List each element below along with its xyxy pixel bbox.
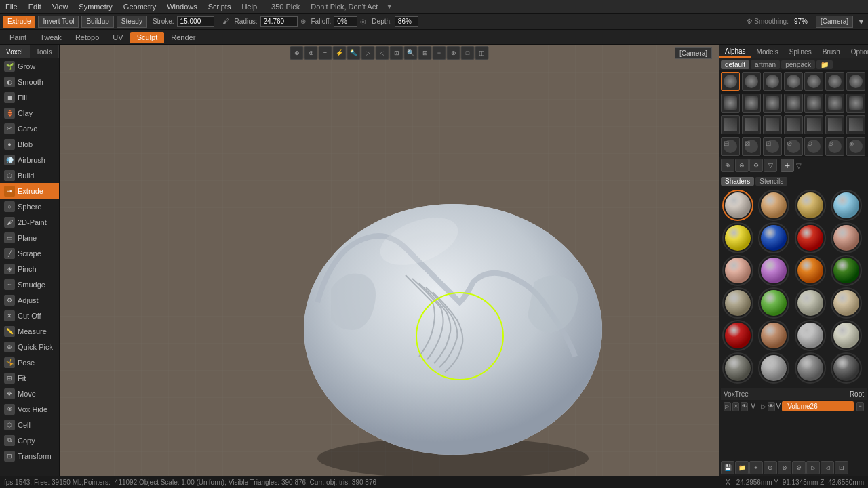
voxtree-eye2[interactable]: 👁 [768, 402, 775, 411]
tool-item-pinch[interactable]: ◈Pinch [0, 261, 59, 277]
depth-input[interactable] [395, 16, 418, 27]
shader-cell-crimson[interactable] [722, 320, 753, 351]
vp-icon-1[interactable]: ⊕ [290, 46, 304, 60]
right-tab-brush[interactable]: Brush [817, 47, 846, 57]
invert-tool-btn[interactable]: Invert Tool [38, 16, 79, 28]
brush-cell-0-3[interactable] [784, 72, 803, 91]
brush-cell-2-1[interactable] [742, 115, 761, 134]
brush-cell-3-1[interactable]: ⊠ [742, 137, 761, 156]
menu-file[interactable]: File [0, 1, 23, 12]
buildup-btn[interactable]: Buildup [81, 16, 113, 28]
brush-cell-1-5[interactable] [825, 94, 844, 113]
shader-cell-gold[interactable] [795, 190, 826, 221]
tool-item-smooth[interactable]: ◐Smooth [0, 74, 59, 89]
vp-icon-14[interactable]: ◫ [475, 46, 489, 60]
vp-icon-4[interactable]: ⚡ [333, 46, 347, 60]
brush-cell-2-5[interactable] [825, 115, 844, 134]
sidebar-tab-tools[interactable]: Tools [30, 45, 60, 58]
shader-cell-green[interactable] [758, 287, 789, 319]
bottom-btn-3[interactable]: + [749, 461, 763, 474]
brush-cell-1-2[interactable] [763, 94, 782, 113]
bottom-btn-8[interactable]: ◁ [821, 461, 834, 474]
shader-cell-white[interactable] [722, 190, 753, 221]
alpha-subtab-artman[interactable]: artman [751, 60, 780, 69]
tab-uv[interactable]: UV [106, 32, 130, 43]
bottom-btn-6[interactable]: ⚙ [792, 461, 806, 474]
alpha-subtab-penpack[interactable]: penpack [781, 60, 815, 69]
vp-icon-2[interactable]: ⊗ [304, 46, 318, 60]
vp-icon-12[interactable]: ⊛ [447, 46, 460, 60]
shader-cell-light-silver[interactable] [831, 320, 862, 351]
vp-icon-9[interactable]: 🔍 [404, 46, 418, 60]
brush-cell-1-4[interactable] [804, 94, 823, 113]
voxtree-expand-btn[interactable]: ≡ [856, 402, 864, 411]
tool-item-fill[interactable]: ◼Fill [0, 89, 59, 105]
vp-icon-6[interactable]: ▷ [361, 46, 375, 60]
menu-symmetry[interactable]: Symmetry [73, 1, 118, 12]
brush-cell-0-5[interactable] [825, 72, 844, 91]
bottom-btn-5[interactable]: ⊗ [778, 461, 791, 474]
right-tab-alphas[interactable]: Alphas [719, 46, 751, 58]
shader-cell-charcoal[interactable] [831, 352, 862, 384]
brush-cell-3-4[interactable]: ⊙ [804, 137, 823, 156]
menu-edit[interactable]: Edit [23, 1, 47, 12]
shader-cell-silver[interactable] [795, 320, 826, 351]
bottom-btn-7[interactable]: ▷ [806, 461, 820, 474]
alpha-subtab-default[interactable]: default [721, 60, 749, 69]
vp-icon-8[interactable]: ⊡ [390, 46, 403, 60]
brush-cell-0-1[interactable] [742, 72, 761, 91]
tool-item-airbrush[interactable]: 💨Airbrush [0, 152, 59, 167]
brush-cell-0-2[interactable] [763, 72, 782, 91]
vp-icon-13[interactable]: □ [461, 46, 475, 60]
vp-icon-11[interactable]: ≡ [433, 46, 446, 60]
voxtree-expand[interactable]: ▷ [761, 403, 766, 410]
brush-cell-2-4[interactable] [804, 115, 823, 134]
alpha-subtab-folder[interactable]: 📁 [816, 60, 833, 69]
tool-item-copy[interactable]: ⧉Copy [0, 432, 59, 448]
tool-item-scrape[interactable]: ╱Scrape [0, 245, 59, 261]
brush-cell-1-1[interactable] [742, 94, 761, 113]
tool-item-carve[interactable]: ✂Carve [0, 121, 59, 136]
brush-settings-btn-2[interactable]: ⊗ [735, 159, 749, 172]
shader-cell-pale-skin[interactable] [722, 255, 753, 286]
bottom-btn-1[interactable]: 💾 [721, 461, 734, 474]
brush-cell-3-2[interactable]: ⊡ [763, 137, 782, 156]
brush-cell-2-0[interactable] [721, 115, 740, 134]
brush-cell-2-6[interactable] [846, 115, 865, 134]
right-tab-models[interactable]: Models [751, 47, 784, 57]
brush-settings-btn-3[interactable]: ⚙ [749, 159, 763, 172]
menu-geometry[interactable]: Geometry [118, 1, 161, 12]
extrude-tool-btn[interactable]: Extrude [3, 16, 35, 28]
tab-paint[interactable]: Paint [3, 32, 33, 43]
sidebar-tab-voxel[interactable]: Voxel [0, 45, 30, 58]
shader-cell-dark-green[interactable] [831, 255, 862, 286]
bottom-btn-4[interactable]: ⊕ [764, 461, 777, 474]
viewport[interactable]: [Camera] ⊕ ⊗ + ⚡ 🔦 ▷ ◁ ⊡ 🔍 ⊞ ≡ ⊛ □ ◫ [60, 45, 719, 476]
tool-item-extrude[interactable]: ⇥Extrude [0, 183, 59, 199]
vp-icon-3[interactable]: + [319, 46, 332, 60]
shader-cell-light-gray[interactable] [795, 287, 826, 319]
menu-pen-mode[interactable]: 350 Pick [266, 1, 305, 12]
brush-settings-btn-1[interactable]: ⊕ [721, 159, 734, 172]
tool-item-measure[interactable]: 📏Measure [0, 323, 59, 339]
shader-cell-light-skin[interactable] [831, 222, 862, 253]
tool-item-transform[interactable]: ⊡Transform [0, 448, 59, 464]
shader-cell-blue[interactable] [831, 190, 862, 221]
tab-sculpt[interactable]: Sculpt [130, 32, 165, 43]
tool-item-build[interactable]: ⬡Build [0, 167, 59, 183]
menu-dont-act[interactable]: Don't Pick, Don't Act [305, 1, 383, 12]
shader-cell-yellow[interactable] [722, 222, 753, 253]
tool-item-blob[interactable]: ●Blob [0, 136, 59, 152]
shader-cell-skin[interactable] [758, 190, 789, 221]
tool-item-adjust[interactable]: ⚙Adjust [0, 292, 59, 308]
shader-cell-orange[interactable] [795, 255, 826, 286]
tool-item-fit[interactable]: ⊞Fit [0, 370, 59, 386]
brush-cell-1-6[interactable] [846, 94, 865, 113]
voxtree-btn-1[interactable]: ▷ [724, 402, 731, 411]
shader-cell-copper[interactable] [758, 320, 789, 351]
tool-item-vox-hide[interactable]: 👁Vox Hide [0, 401, 59, 417]
tool-item-cell[interactable]: ⬡Cell [0, 417, 59, 432]
tool-item-move[interactable]: ✥Move [0, 386, 59, 401]
brush-settings-btn-4[interactable]: ▽ [764, 159, 777, 172]
shader-cell-medium-gray[interactable] [758, 352, 789, 384]
